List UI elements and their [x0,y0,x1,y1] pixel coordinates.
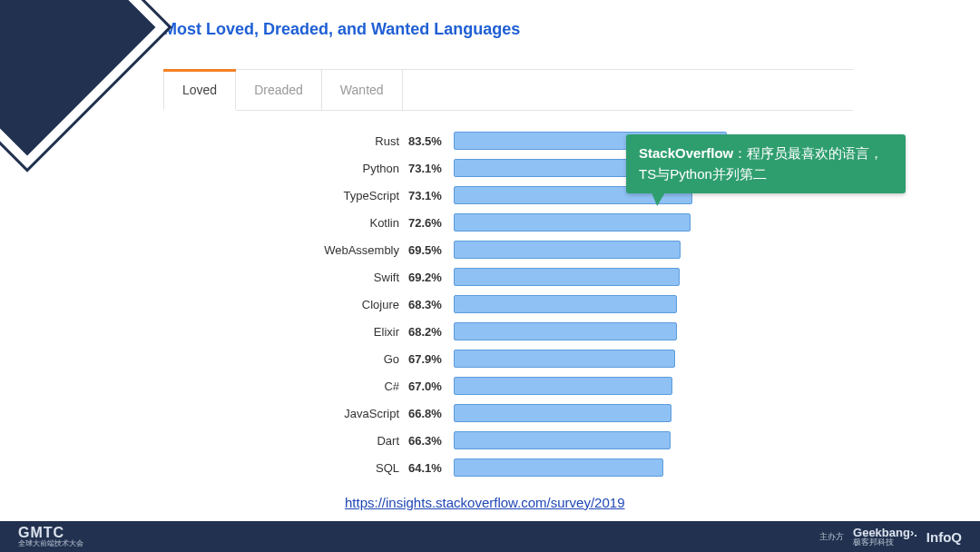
chart-bar [454,241,681,259]
chart-bar [454,322,677,340]
chart-bar [454,295,677,313]
tab-wanted[interactable]: Wanted [322,70,403,110]
chart-bar-track [454,268,780,286]
tab-loved[interactable]: Loved [163,70,236,111]
chart-bar [454,404,671,422]
chart-row: Clojure68.3% [290,291,835,318]
chart-row: Dart66.3% [290,427,835,454]
chart-bar-track [454,404,780,422]
footer-brand-big: GMTC [18,526,83,540]
chart-row-label: Python [290,162,408,175]
chart-bar [454,213,691,232]
chart-row-value: 64.1% [408,461,454,475]
footer-infoq: InfoQ [926,529,962,545]
chart-row-label: WebAssembly [290,243,408,257]
chart-row: Swift69.2% [290,263,835,291]
callout-annotation: StackOverflow：程序员最喜欢的语言，TS与Python并列第二 [626,134,906,193]
chart-bar-track [454,295,780,313]
chart-row: SQL64.1% [290,454,835,481]
chart-bar-track [454,431,780,449]
source-link[interactable]: https://insights.stackoverflow.com/surve… [345,495,624,510]
chart-row-value: 73.1% [408,189,454,202]
chart-row-label: TypeScript [290,189,408,202]
footer: GMTC 全球大前端技术大会 主办方 Geekbang›. 极客邦科技 Info… [0,521,980,552]
footer-geek-sub: 极客邦科技 [853,538,917,547]
chart-row-label: C# [290,380,408,393]
chart-bar-track [454,241,780,259]
chart-bar-track [454,213,780,232]
chart-row-value: 83.5% [408,134,454,148]
chart-row-label: SQL [290,461,408,475]
chart-row-value: 72.6% [408,216,454,230]
chart-row-value: 68.3% [408,298,454,311]
chart-row-value: 69.5% [408,243,454,257]
chart-row-label: Kotlin [290,216,408,230]
chart-row-label: Go [290,352,408,366]
chart-row-label: Clojure [290,298,408,311]
callout-bold: StackOverflow [639,145,733,161]
chart-bar [454,458,663,477]
chart-row: Kotlin72.6% [290,209,835,236]
chart-row: C#67.0% [290,372,835,399]
chart-bar-track [454,458,780,477]
footer-sponsor-tag: 主办方 [819,531,844,543]
chart-row: JavaScript66.8% [290,399,835,427]
tabs: LovedDreadedWanted [163,69,853,111]
corner-decoration [0,0,169,169]
footer-geek-wrap: Geekbang›. 极客邦科技 [853,527,917,547]
chart-row-value: 68.2% [408,325,454,339]
chart-row-value: 67.9% [408,352,454,366]
chart-row-value: 66.8% [408,407,454,420]
chart-row-value: 69.2% [408,271,454,284]
chart-row-value: 66.3% [408,434,454,448]
chart-row-label: Elixir [290,325,408,339]
chart-bar-track [454,322,780,340]
chart-row-label: JavaScript [290,407,408,420]
chart-bar [454,431,671,449]
chart-row-label: Swift [290,271,408,284]
chart-row: WebAssembly69.5% [290,236,835,263]
chart-row-label: Dart [290,434,408,448]
tab-dreaded[interactable]: Dreaded [236,70,322,110]
chart-bar [454,377,672,395]
chart-bar [454,350,675,368]
chart-row: Elixir68.2% [290,318,835,345]
chart-row-value: 73.1% [408,162,454,175]
chart-row: Go67.9% [290,345,835,372]
chart-bar-track [454,377,780,395]
chart-bar [454,268,680,286]
chart-row-label: Rust [290,134,408,148]
footer-brand-left: GMTC 全球大前端技术大会 [18,526,83,547]
chart-row-value: 67.0% [408,380,454,393]
chart-bar-track [454,350,780,368]
page-title: Most Loved, Dreaded, and Wanted Language… [163,20,520,39]
footer-brand-small: 全球大前端技术大会 [18,540,83,547]
footer-right: 主办方 Geekbang›. 极客邦科技 InfoQ [819,527,962,547]
